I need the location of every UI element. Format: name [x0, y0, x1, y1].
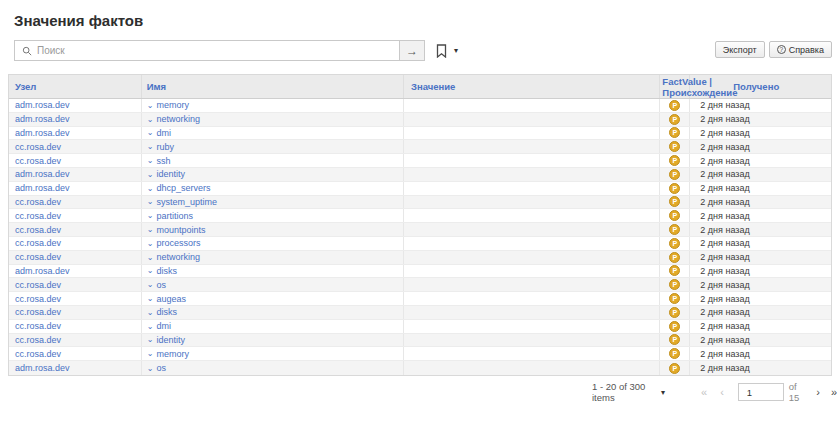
origin-cell: P: [659, 99, 689, 112]
received-cell: 2 дня назад: [689, 99, 831, 112]
fact-name-cell[interactable]: ⌄ dmi: [141, 127, 403, 140]
fact-name-label: augeas: [156, 294, 186, 304]
chevron-down-icon: ⌄: [147, 349, 154, 358]
fact-name-cell[interactable]: ⌄ disks: [141, 306, 403, 319]
node-link[interactable]: adm.rosa.dev: [9, 99, 141, 112]
fact-name-cell[interactable]: ⌄ system_uptime: [141, 196, 403, 209]
table-row: adm.rosa.dev ⌄ os P 2 дня назад: [9, 361, 831, 375]
puppet-origin-badge: P: [669, 348, 680, 359]
node-link[interactable]: cc.rosa.dev: [9, 209, 141, 222]
next-page-button[interactable]: ›: [816, 387, 820, 398]
fact-value-cell: [403, 182, 659, 195]
help-button[interactable]: ? Справка: [769, 41, 832, 58]
pagination-bar: 1 - 20 of 300 items ▾ « ‹ of 15 › »: [592, 382, 837, 402]
table-row: cc.rosa.dev ⌄ dmi P 2 дня назад: [9, 320, 831, 334]
first-page-button[interactable]: «: [701, 387, 707, 398]
origin-cell: P: [659, 334, 689, 347]
fact-value-cell: [403, 127, 659, 140]
node-link[interactable]: adm.rosa.dev: [9, 127, 141, 140]
origin-cell: P: [659, 140, 689, 153]
last-page-button[interactable]: »: [831, 387, 837, 398]
table-header-row: Узел Имя Значение FactValue | Происхожде…: [9, 75, 831, 99]
node-link[interactable]: cc.rosa.dev: [9, 292, 141, 305]
column-header-fact-origin[interactable]: FactValue | Происхождение: [659, 75, 689, 98]
origin-cell: P: [659, 209, 689, 222]
node-link[interactable]: cc.rosa.dev: [9, 140, 141, 153]
search-input[interactable]: [37, 45, 399, 56]
items-per-page-dropdown[interactable]: 1 - 20 of 300 items ▾: [592, 381, 665, 403]
fact-name-cell[interactable]: ⌄ augeas: [141, 292, 403, 305]
fact-name-label: processors: [156, 238, 200, 248]
node-link[interactable]: cc.rosa.dev: [9, 237, 141, 250]
fact-name-cell[interactable]: ⌄ ruby: [141, 140, 403, 153]
fact-name-cell[interactable]: ⌄ networking: [141, 113, 403, 126]
fact-name-cell[interactable]: ⌄ os: [141, 361, 403, 375]
search-submit-button[interactable]: →: [399, 41, 424, 60]
fact-value-cell: [403, 99, 659, 112]
export-button[interactable]: Экспорт: [715, 41, 765, 58]
fact-name-cell[interactable]: ⌄ dhcp_servers: [141, 182, 403, 195]
node-link[interactable]: cc.rosa.dev: [9, 278, 141, 291]
table-row: cc.rosa.dev ⌄ ssh P 2 дня назад: [9, 154, 831, 168]
origin-cell: P: [659, 361, 689, 375]
puppet-origin-badge: P: [669, 169, 680, 180]
table-row: adm.rosa.dev ⌄ identity P 2 дня назад: [9, 168, 831, 182]
received-cell: 2 дня назад: [689, 182, 831, 195]
puppet-origin-badge: P: [669, 252, 680, 263]
fact-name-cell[interactable]: ⌄ ssh: [141, 154, 403, 167]
node-link[interactable]: cc.rosa.dev: [9, 306, 141, 319]
table-row: adm.rosa.dev ⌄ memory P 2 дня назад: [9, 99, 831, 113]
fact-value-cell: [403, 361, 659, 375]
node-link[interactable]: adm.rosa.dev: [9, 168, 141, 181]
fact-name-cell[interactable]: ⌄ processors: [141, 237, 403, 250]
fact-name-cell[interactable]: ⌄ memory: [141, 99, 403, 112]
search-bar: →: [14, 40, 425, 61]
chevron-down-icon: ⌄: [147, 308, 154, 317]
puppet-origin-badge: P: [669, 100, 680, 111]
node-link[interactable]: adm.rosa.dev: [9, 361, 141, 375]
node-link[interactable]: cc.rosa.dev: [9, 223, 141, 236]
node-link[interactable]: cc.rosa.dev: [9, 334, 141, 347]
table-row: adm.rosa.dev ⌄ disks P 2 дня назад: [9, 265, 831, 279]
fact-name-cell[interactable]: ⌄ networking: [141, 251, 403, 264]
node-link[interactable]: cc.rosa.dev: [9, 196, 141, 209]
node-link[interactable]: cc.rosa.dev: [9, 154, 141, 167]
fact-name-cell[interactable]: ⌄ dmi: [141, 320, 403, 333]
node-link[interactable]: cc.rosa.dev: [9, 347, 141, 360]
previous-page-button[interactable]: ‹: [720, 387, 724, 398]
fact-name-label: system_uptime: [156, 197, 217, 207]
column-header-node[interactable]: Узел: [9, 75, 141, 98]
node-link[interactable]: adm.rosa.dev: [9, 113, 141, 126]
chevron-down-icon: ▾: [454, 46, 458, 55]
saved-searches-dropdown[interactable]: ▾: [432, 40, 462, 61]
fact-name-cell[interactable]: ⌄ identity: [141, 334, 403, 347]
column-header-value[interactable]: Значение: [403, 75, 659, 98]
puppet-origin-badge: P: [669, 265, 680, 276]
fact-values-table: Узел Имя Значение FactValue | Происхожде…: [8, 74, 832, 376]
page-number-input[interactable]: [738, 383, 784, 401]
puppet-origin-badge: P: [669, 238, 680, 249]
puppet-origin-badge: P: [669, 334, 680, 345]
received-cell: 2 дня назад: [689, 154, 831, 167]
fact-name-cell[interactable]: ⌄ os: [141, 278, 403, 291]
node-link[interactable]: adm.rosa.dev: [9, 182, 141, 195]
puppet-origin-badge: P: [669, 363, 680, 374]
bookmark-icon: [436, 44, 447, 58]
origin-cell: P: [659, 265, 689, 278]
received-cell: 2 дня назад: [689, 278, 831, 291]
fact-name-cell[interactable]: ⌄ mountpoints: [141, 223, 403, 236]
node-link[interactable]: cc.rosa.dev: [9, 320, 141, 333]
received-cell: 2 дня назад: [689, 347, 831, 360]
chevron-down-icon: ⌄: [147, 142, 154, 151]
node-link[interactable]: adm.rosa.dev: [9, 265, 141, 278]
table-row: cc.rosa.dev ⌄ disks P 2 дня назад: [9, 306, 831, 320]
fact-name-cell[interactable]: ⌄ identity: [141, 168, 403, 181]
fact-name-label: os: [156, 280, 166, 290]
fact-name-cell[interactable]: ⌄ disks: [141, 265, 403, 278]
fact-name-cell[interactable]: ⌄ memory: [141, 347, 403, 360]
node-link[interactable]: cc.rosa.dev: [9, 251, 141, 264]
column-header-name[interactable]: Имя: [141, 75, 403, 98]
table-row: cc.rosa.dev ⌄ networking P 2 дня назад: [9, 251, 831, 265]
table-row: cc.rosa.dev ⌄ memory P 2 дня назад: [9, 347, 831, 361]
fact-name-cell[interactable]: ⌄ partitions: [141, 209, 403, 222]
